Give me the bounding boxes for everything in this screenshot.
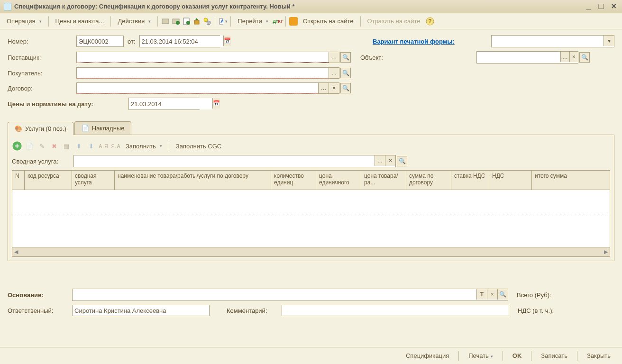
summary-service-label: Сводная услуга: xyxy=(12,158,73,165)
svg-point-4 xyxy=(186,21,190,25)
add-row-icon[interactable] xyxy=(12,141,22,151)
operation-menu[interactable]: Операция xyxy=(3,16,46,27)
toolbar-icon-4[interactable] xyxy=(192,17,201,26)
summary-clear-icon[interactable]: × xyxy=(385,155,395,166)
col-goods-price[interactable]: цена товара/ра... xyxy=(361,171,406,190)
vat-total-label: НДС (в т. ч.): xyxy=(518,307,554,314)
object-search-icon[interactable]: 🔍 xyxy=(579,52,590,63)
spec-button[interactable]: Спецификация xyxy=(400,350,455,362)
services-tab-icon: 🎨 xyxy=(15,125,22,132)
object-clear-icon[interactable]: × xyxy=(569,52,578,62)
comment-input[interactable] xyxy=(282,305,509,316)
svg-text:?: ? xyxy=(428,18,431,25)
window-title: Спецификация к договору: Спецификация к … xyxy=(14,3,585,10)
supplier-label: Поставщик: xyxy=(8,54,76,61)
delete-row-icon[interactable]: ✖ xyxy=(49,141,59,151)
prices-date-picker-icon[interactable]: 📅 xyxy=(212,98,220,109)
comment-label: Комментарий: xyxy=(227,307,279,314)
sort-desc-icon[interactable]: Я↓А xyxy=(110,141,121,151)
maximize-button[interactable]: □ xyxy=(597,1,606,11)
toolbar-icon-2[interactable] xyxy=(171,17,181,26)
fill-menu[interactable]: Заполнить xyxy=(123,142,165,151)
basis-clear-icon[interactable]: × xyxy=(487,289,497,300)
prices-date-input[interactable] xyxy=(129,98,212,109)
contract-search-icon[interactable]: 🔍 xyxy=(340,83,351,93)
close-button[interactable]: × xyxy=(609,1,618,11)
horizontal-scrollbar[interactable]: ◀ ▶ xyxy=(12,247,610,256)
print-variant-label[interactable]: Вариант печатной формы: xyxy=(373,38,491,45)
toolbar-icon-1[interactable] xyxy=(161,17,170,26)
actions-menu[interactable]: Действия xyxy=(114,16,155,27)
supplier-search-icon[interactable]: 🔍 xyxy=(340,52,351,63)
from-label: от: xyxy=(128,38,136,45)
services-table: N код ресурса сводная услуга наименовани… xyxy=(12,170,610,257)
basis-search-icon[interactable]: 🔍 xyxy=(497,289,508,300)
contract-label: Договор: xyxy=(8,85,76,92)
save-button[interactable]: Записать xyxy=(535,350,573,362)
print-variant-dropdown-icon[interactable]: ▾ xyxy=(604,36,614,46)
basis-label: Основание: xyxy=(8,291,69,299)
toolbar-icon-dropdown[interactable] xyxy=(218,17,228,26)
col-qty[interactable]: количество единиц xyxy=(271,171,316,190)
col-vat[interactable]: НДС xyxy=(489,171,532,190)
col-summary-service[interactable]: сводная услуга xyxy=(72,171,115,190)
object-select-icon[interactable]: … xyxy=(560,52,569,62)
prices-date-label: Цены и нормативы на дату: xyxy=(8,100,128,108)
print-variant-input[interactable] xyxy=(492,36,604,47)
close-form-button[interactable]: Закрыть xyxy=(581,350,616,362)
toolbar-icon-5[interactable] xyxy=(202,17,212,26)
contract-clear-icon[interactable]: × xyxy=(329,83,339,93)
goto-menu[interactable]: Перейти xyxy=(234,16,272,27)
supplier-select-icon[interactable]: … xyxy=(329,52,339,63)
move-up-icon[interactable]: ⬆ xyxy=(73,141,84,151)
basis-text-icon[interactable]: T xyxy=(476,289,487,300)
window-icon xyxy=(4,3,11,10)
tab-services[interactable]: 🎨 Услуги (0 поз.) xyxy=(8,122,73,135)
open-site-button[interactable]: Открыть на сайте xyxy=(299,16,357,27)
sort-asc-icon[interactable]: А↓Я xyxy=(98,141,109,151)
col-n[interactable]: N xyxy=(12,171,25,190)
col-name[interactable]: наименование товара/работы/услуги по дог… xyxy=(115,171,271,190)
open-site-icon xyxy=(289,17,298,26)
ok-button[interactable]: OK xyxy=(507,350,528,362)
summary-select-icon[interactable]: … xyxy=(375,155,385,166)
contract-select-icon[interactable]: … xyxy=(318,83,329,93)
buyer-search-icon[interactable]: 🔍 xyxy=(340,68,351,78)
dtkt-icon[interactable]: ДтКт xyxy=(273,17,283,26)
help-icon[interactable]: ? xyxy=(425,17,435,26)
minimize-button[interactable]: _ xyxy=(585,1,593,11)
move-down-icon[interactable]: ⬇ xyxy=(86,141,96,151)
contract-input[interactable] xyxy=(77,83,318,93)
tab-content: 📄 ✎ ✖ ▦ ⬆ ⬇ А↓Я Я↓А Заполнить Заполнить … xyxy=(8,135,614,261)
responsible-input[interactable] xyxy=(72,305,210,316)
date-picker-icon[interactable]: 📅 xyxy=(223,36,231,46)
fill-cgc-button[interactable]: Заполнить CGC xyxy=(173,142,224,151)
summary-search-icon[interactable]: 🔍 xyxy=(397,156,407,166)
col-total[interactable]: итого сумма xyxy=(532,171,610,190)
scroll-right-icon[interactable]: ▶ xyxy=(604,249,608,255)
col-resource-code[interactable]: код ресурса xyxy=(25,171,72,190)
object-input[interactable] xyxy=(477,52,560,63)
date-input[interactable] xyxy=(140,36,223,47)
buyer-select-icon[interactable]: … xyxy=(329,68,339,78)
table-icon[interactable]: ▦ xyxy=(61,141,72,151)
scroll-left-icon[interactable]: ◀ xyxy=(14,249,18,255)
reflect-site-button[interactable]: Отразить на сайте xyxy=(364,16,424,27)
col-contract-sum[interactable]: сумма по договору xyxy=(406,171,451,190)
svg-point-7 xyxy=(207,21,210,25)
summary-service-input[interactable] xyxy=(74,155,375,167)
edit-row-icon[interactable]: ✎ xyxy=(37,141,47,151)
col-vat-rate[interactable]: ставка НДС xyxy=(451,171,489,190)
basis-input[interactable] xyxy=(73,289,476,300)
print-button[interactable]: Печать xyxy=(463,350,499,362)
copy-row-icon[interactable]: 📄 xyxy=(24,141,35,151)
number-input[interactable] xyxy=(76,36,124,47)
toolbar-icon-3[interactable] xyxy=(182,17,191,26)
col-unit-price[interactable]: цена единичного xyxy=(316,171,361,190)
tab-invoices[interactable]: 📄 Накладные xyxy=(74,121,132,135)
prices-currency-button[interactable]: Цены и валюта... xyxy=(52,16,108,27)
buyer-input[interactable] xyxy=(77,68,329,78)
titlebar: Спецификация к договору: Спецификация к … xyxy=(0,0,622,13)
supplier-input[interactable] xyxy=(77,52,329,63)
table-body[interactable] xyxy=(12,190,610,247)
